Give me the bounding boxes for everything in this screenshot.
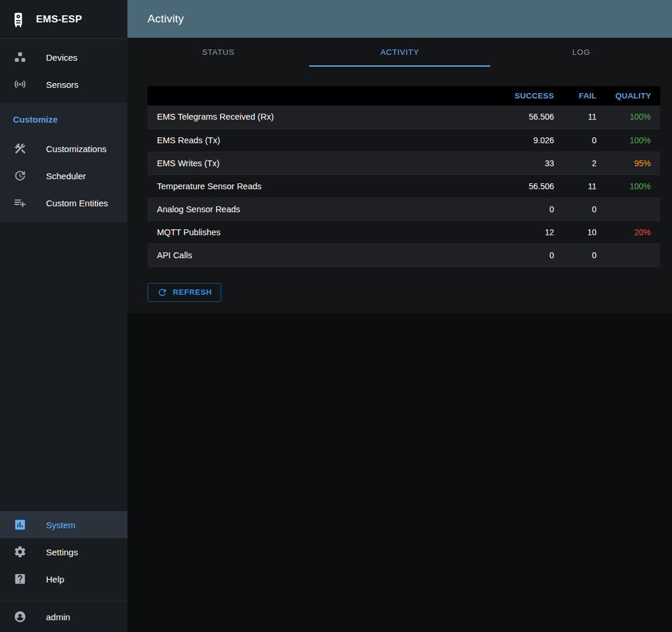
- fail-value: 0: [563, 129, 606, 152]
- tab-bar: STATUS ACTIVITY LOG: [127, 38, 672, 67]
- tab-status[interactable]: STATUS: [127, 38, 309, 67]
- activity-table: SUCCESS FAIL QUALITY EMS Telegrams Recei…: [147, 86, 660, 267]
- table-row: Analog Sensor Reads 0 0: [147, 198, 660, 220]
- quality-value: 20%: [606, 220, 660, 243]
- success-value: 9.026: [481, 129, 563, 152]
- sidebar: EMS-ESP Devices Sensors Customize Custom…: [0, 0, 127, 632]
- activity-panel: STATUS ACTIVITY LOG SUCCESS FAIL QUALITY…: [127, 38, 672, 313]
- quality-value: 95%: [606, 152, 660, 175]
- customize-heading: Customize: [0, 110, 127, 135]
- table-header-row: SUCCESS FAIL QUALITY: [147, 86, 660, 106]
- sidebar-item-sensors[interactable]: Sensors: [0, 71, 127, 98]
- fail-value: 10: [563, 220, 606, 243]
- customize-group: Customize Customizations Scheduler Custo…: [0, 103, 127, 222]
- account-icon: [13, 610, 27, 624]
- metric-name: Analog Sensor Reads: [147, 198, 481, 220]
- quality-value: 100%: [606, 106, 660, 129]
- devices-icon: [13, 50, 27, 64]
- sidebar-item-custom-entities[interactable]: Custom Entities: [0, 189, 127, 216]
- metric-name: EMS Writes (Tx): [147, 152, 481, 175]
- metric-name: Temperature Sensor Reads: [147, 175, 481, 198]
- quality-value: [606, 243, 660, 266]
- sidebar-spacer: [0, 222, 127, 511]
- table-row: EMS Writes (Tx) 33 2 95%: [147, 152, 660, 175]
- sidebar-item-label: Sensors: [46, 80, 78, 90]
- metric-name: EMS Telegrams Received (Rx): [147, 106, 481, 129]
- customizations-icon: [13, 141, 27, 156]
- sidebar-item-devices[interactable]: Devices: [0, 44, 127, 71]
- fail-value: 11: [563, 175, 606, 198]
- sidebar-item-settings[interactable]: Settings: [0, 538, 127, 565]
- sidebar-item-label: Help: [46, 574, 64, 584]
- tab-log[interactable]: LOG: [490, 38, 672, 67]
- sidebar-item-system[interactable]: System: [0, 511, 127, 538]
- column-header-quality: QUALITY: [606, 86, 660, 106]
- sidebar-item-admin[interactable]: admin: [0, 601, 127, 632]
- table-row: Temperature Sensor Reads 56.506 11 100%: [147, 175, 660, 198]
- metric-name: MQTT Publishes: [147, 220, 481, 243]
- refresh-button-label: REFRESH: [173, 288, 212, 297]
- table-row: MQTT Publishes 12 10 20%: [147, 220, 660, 243]
- sensors-icon: [13, 77, 27, 91]
- custom-entities-icon: [13, 196, 27, 210]
- success-value: 12: [481, 220, 563, 243]
- main-area: Activity STATUS ACTIVITY LOG SUCCESS FAI…: [127, 0, 672, 632]
- table-row: EMS Telegrams Received (Rx) 56.506 11 10…: [147, 106, 660, 129]
- sidebar-bottom-nav: System Settings Help: [0, 511, 127, 601]
- success-value: 0: [481, 198, 563, 220]
- success-value: 33: [481, 152, 563, 175]
- quality-value: [606, 198, 660, 220]
- fail-value: 0: [563, 198, 606, 220]
- refresh-icon: [157, 287, 168, 298]
- sidebar-item-scheduler[interactable]: Scheduler: [0, 162, 127, 189]
- fail-value: 0: [563, 243, 606, 266]
- sidebar-item-label: Scheduler: [46, 171, 86, 181]
- tab-activity[interactable]: ACTIVITY: [309, 38, 491, 67]
- metric-name: EMS Reads (Tx): [147, 129, 481, 152]
- sidebar-nav: Devices Sensors: [0, 39, 127, 103]
- success-value: 56.506: [481, 175, 563, 198]
- system-icon: [13, 518, 27, 532]
- sidebar-item-label: Customizations: [46, 144, 107, 154]
- column-header-name: [147, 86, 481, 106]
- sidebar-item-label: Devices: [46, 52, 77, 62]
- app-header: EMS-ESP: [0, 0, 127, 39]
- sidebar-item-customizations[interactable]: Customizations: [0, 135, 127, 162]
- sidebar-item-label: System: [46, 520, 76, 530]
- column-header-fail: FAIL: [563, 86, 606, 106]
- column-header-success: SUCCESS: [481, 86, 563, 106]
- sidebar-item-label: Custom Entities: [46, 198, 108, 208]
- quality-value: 100%: [606, 175, 660, 198]
- page-title: Activity: [147, 12, 184, 25]
- username-label: admin: [46, 612, 70, 622]
- quality-value: 100%: [606, 129, 660, 152]
- app-title: EMS-ESP: [36, 14, 82, 25]
- refresh-button[interactable]: REFRESH: [147, 283, 221, 302]
- scheduler-icon: [13, 169, 27, 183]
- metric-name: API Calls: [147, 243, 481, 266]
- table-row: API Calls 0 0: [147, 243, 660, 266]
- settings-icon: [13, 545, 27, 559]
- help-icon: [13, 572, 27, 586]
- sidebar-item-label: Settings: [46, 547, 78, 557]
- fail-value: 11: [563, 106, 606, 129]
- appbar: Activity: [127, 0, 672, 38]
- sidebar-item-help[interactable]: Help: [0, 565, 127, 592]
- fail-value: 2: [563, 152, 606, 175]
- ems-esp-logo-icon: [9, 10, 27, 29]
- success-value: 0: [481, 243, 563, 266]
- success-value: 56.506: [481, 106, 563, 129]
- table-row: EMS Reads (Tx) 9.026 0 100%: [147, 129, 660, 152]
